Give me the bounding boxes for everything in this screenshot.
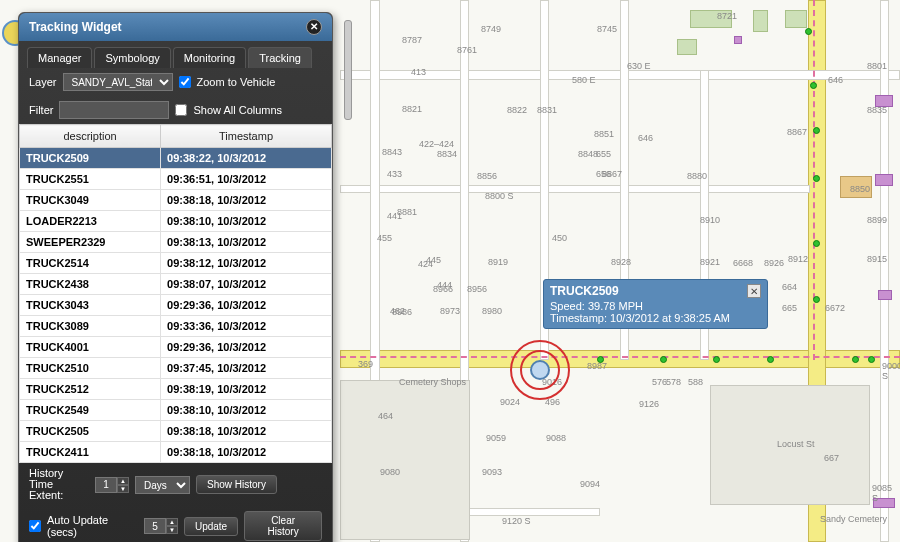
table-row[interactable]: TRUCK251409:38:12, 10/3/2012 (20, 253, 332, 274)
cell-description: TRUCK2411 (20, 442, 161, 463)
map-label: 646 (636, 132, 655, 144)
table-row[interactable]: SWEEPER232909:38:13, 10/3/2012 (20, 232, 332, 253)
table-row[interactable]: TRUCK241109:38:18, 10/3/2012 (20, 442, 332, 463)
cell-timestamp: 09:36:51, 10/3/2012 (161, 169, 332, 190)
map-label: 630 E (625, 60, 653, 72)
green-plot (677, 39, 697, 55)
map-label: 9085 S (870, 482, 900, 504)
track-dot (713, 356, 720, 363)
cell-timestamp: 09:38:07, 10/3/2012 (161, 274, 332, 295)
map-label: 369 (356, 358, 375, 370)
map-label: 665 (780, 302, 799, 314)
tab-symbology[interactable]: Symbology (94, 47, 170, 68)
cell-description: TRUCK2551 (20, 169, 161, 190)
green-plot (753, 10, 768, 32)
history-value-stepper[interactable]: ▲▼ (95, 477, 129, 493)
results-table: description Timestamp TRUCK250909:38:22,… (19, 124, 332, 463)
cell-timestamp: 09:38:19, 10/3/2012 (161, 379, 332, 400)
chevron-up-icon[interactable]: ▲ (117, 477, 129, 485)
cell-description: TRUCK2512 (20, 379, 161, 400)
map-label: 464 (376, 410, 395, 422)
table-row[interactable]: TRUCK250909:38:22, 10/3/2012 (20, 148, 332, 169)
history-unit-select[interactable]: Days (135, 476, 190, 494)
table-row[interactable]: TRUCK400109:29:36, 10/3/2012 (20, 337, 332, 358)
map-label: 9000 S (880, 360, 900, 382)
table-row[interactable]: TRUCK243809:38:07, 10/3/2012 (20, 274, 332, 295)
layer-label: Layer (29, 76, 57, 88)
table-row[interactable]: TRUCK250509:38:18, 10/3/2012 (20, 421, 332, 442)
green-plot (785, 10, 807, 28)
table-row[interactable]: TRUCK254909:38:10, 10/3/2012 (20, 400, 332, 421)
tab-manager[interactable]: Manager (27, 47, 92, 68)
map-label: 8749 (479, 23, 503, 35)
close-icon[interactable]: ✕ (747, 284, 761, 298)
map-label: 8899 (865, 214, 889, 226)
table-row[interactable]: TRUCK304909:38:18, 10/3/2012 (20, 190, 332, 211)
map-label: 8987 (585, 360, 609, 372)
track-line (340, 356, 900, 358)
cell-timestamp: 09:38:13, 10/3/2012 (161, 232, 332, 253)
auto-update-checkbox[interactable] (29, 520, 41, 532)
tracking-widget: Tracking Widget ✕ ManagerSymbologyMonito… (18, 12, 333, 542)
track-dot (852, 356, 859, 363)
map-label: 422–424 (417, 138, 456, 150)
filter-input[interactable] (59, 101, 169, 119)
chevron-down-icon[interactable]: ▼ (166, 526, 178, 534)
show-all-checkbox[interactable] (175, 104, 187, 116)
map-label: 455 (375, 232, 394, 244)
chevron-down-icon[interactable]: ▼ (117, 485, 129, 493)
map-label: 667 (822, 452, 841, 464)
map-label: 8835 (865, 104, 889, 116)
layer-select[interactable]: SANDY_AVL_StatePl... (63, 73, 173, 91)
update-button[interactable]: Update (184, 517, 238, 536)
map-label: 413 (409, 66, 428, 78)
cell-timestamp: 09:38:22, 10/3/2012 (161, 148, 332, 169)
auto-update-value[interactable] (144, 518, 166, 534)
map-label: 433 (385, 168, 404, 180)
vehicle-marker[interactable] (510, 340, 570, 400)
auto-update-stepper[interactable]: ▲▼ (144, 518, 178, 534)
map-label: 8926 (762, 257, 786, 269)
tab-monitoring[interactable]: Monitoring (173, 47, 246, 68)
track-dot (810, 82, 817, 89)
map-label: 664 (780, 281, 799, 293)
map-label: 8850 (848, 183, 872, 195)
cell-description: TRUCK3043 (20, 295, 161, 316)
col-description[interactable]: description (20, 125, 161, 148)
map-label: 8831 (535, 104, 559, 116)
map-label: 8928 (609, 256, 633, 268)
map-label: 8880 (685, 170, 709, 182)
map-label: 8821 (400, 103, 424, 115)
map-label: 9126 (637, 398, 661, 410)
map-label: 8912 (786, 253, 810, 265)
cell-timestamp: 09:38:10, 10/3/2012 (161, 211, 332, 232)
history-value[interactable] (95, 477, 117, 493)
map-label: 424 (416, 258, 435, 270)
map-label: Cemetery Shops (397, 376, 468, 388)
cell-description: TRUCK2510 (20, 358, 161, 379)
chevron-up-icon[interactable]: ▲ (166, 518, 178, 526)
cell-timestamp: 09:38:18, 10/3/2012 (161, 190, 332, 211)
road (880, 0, 889, 542)
map-label: 8761 (455, 44, 479, 56)
clear-history-button[interactable]: Clear History (244, 511, 322, 541)
table-row[interactable]: TRUCK251209:38:19, 10/3/2012 (20, 379, 332, 400)
track-dot (813, 127, 820, 134)
table-row[interactable]: TRUCK251009:37:45, 10/3/2012 (20, 358, 332, 379)
table-row[interactable]: TRUCK304309:29:36, 10/3/2012 (20, 295, 332, 316)
table-row[interactable]: TRUCK308909:33:36, 10/3/2012 (20, 316, 332, 337)
track-dot (813, 240, 820, 247)
map-label: Sandy Cemetery (818, 513, 889, 525)
table-row[interactable]: LOADER221309:38:10, 10/3/2012 (20, 211, 332, 232)
map-label: 580 E (570, 74, 598, 86)
table-row[interactable]: TRUCK255109:36:51, 10/3/2012 (20, 169, 332, 190)
zoom-checkbox[interactable] (179, 76, 191, 88)
map-label: 8800 S (483, 190, 516, 202)
zoom-slider[interactable] (344, 20, 352, 120)
cell-timestamp: 09:38:12, 10/3/2012 (161, 253, 332, 274)
close-icon[interactable]: ✕ (306, 19, 322, 35)
widget-header[interactable]: Tracking Widget ✕ (19, 13, 332, 41)
col-timestamp[interactable]: Timestamp (161, 125, 332, 148)
tab-tracking[interactable]: Tracking (248, 47, 312, 68)
show-history-button[interactable]: Show History (196, 475, 277, 494)
